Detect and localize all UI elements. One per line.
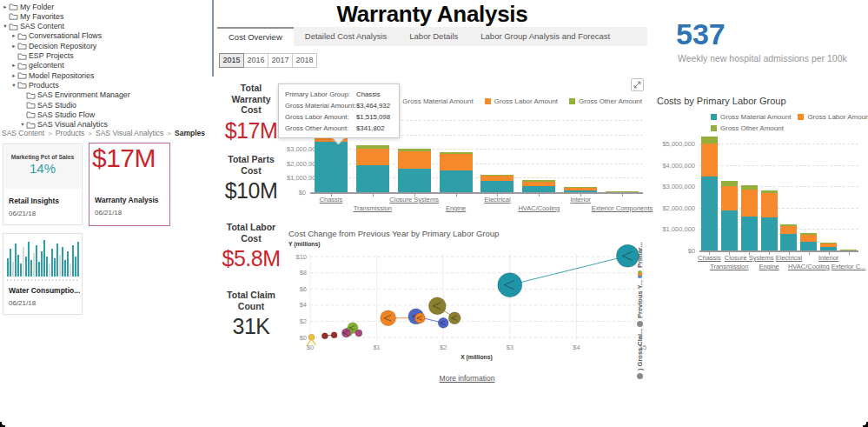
rotated-legend-item[interactable]: Previous Y...	[634, 271, 645, 327]
category-label[interactable]: Exterior Components	[592, 204, 653, 212]
category-label[interactable]: Closure Systems	[725, 254, 774, 262]
bar-segment[interactable]	[800, 242, 817, 250]
year-filter-2018[interactable]: 2018	[292, 53, 317, 68]
legend-item[interactable]: Gross Labor Amount	[485, 97, 558, 105]
tree-item-sas-content[interactable]: ▾SAS Content	[2, 22, 64, 31]
year-filter-2016[interactable]: 2016	[243, 53, 268, 68]
legend-item[interactable]: Gross Material Amount	[711, 113, 791, 121]
category-label[interactable]: Transmission	[710, 263, 748, 270]
tree-item-sas-visual-analytics[interactable]: ▾SAS Visual Analytics	[19, 120, 108, 130]
tree-item-sas-studio[interactable]: SAS Studio	[19, 100, 76, 110]
bar-segment[interactable]	[741, 217, 758, 250]
breadcrumb-item[interactable]: SAS Content	[2, 129, 44, 137]
report-tile-water-consumption[interactable]: Water Consumptio... 06/21/18	[3, 233, 83, 315]
bar-segment[interactable]	[780, 226, 797, 234]
report-tile-retail-insights[interactable]: Marketing Pct of Sales 14% Retail Insigh…	[3, 143, 83, 225]
tree-item-decision-repository[interactable]: ▸Decision Repository	[10, 41, 96, 50]
tree-item-sas-studio-flow[interactable]: SAS Studio Flow	[19, 110, 95, 119]
bar-segment[interactable]	[820, 243, 837, 244]
scatter-bubble[interactable]	[331, 332, 337, 338]
bar-segment[interactable]	[398, 151, 431, 170]
category-label[interactable]: HVAC/Cooling	[518, 204, 560, 212]
tab-cost-overview[interactable]: Cost Overview	[217, 27, 294, 46]
tree-item-my-favorites[interactable]: My Favorites	[2, 11, 63, 21]
legend-item[interactable]: Gross Other Amount	[711, 124, 784, 132]
chevron-down-icon[interactable]: ▾	[19, 121, 26, 128]
category-label[interactable]: Exterior C...	[832, 263, 866, 270]
tree-item-gelcontent[interactable]: ▸gelcontent	[10, 61, 64, 70]
chevron-down-icon[interactable]: ▾	[2, 23, 9, 30]
bar-segment[interactable]	[721, 181, 738, 186]
bar-segment[interactable]	[564, 188, 597, 190]
bar-segment[interactable]	[522, 180, 555, 181]
bar-segment[interactable]	[440, 154, 473, 170]
bar-segment[interactable]	[761, 217, 778, 250]
bar-segment[interactable]	[564, 187, 597, 188]
tree-item-sas-environment-manager[interactable]: SAS Environment Manager	[19, 90, 130, 100]
bar-segment[interactable]	[440, 152, 473, 154]
scatter-bubble[interactable]	[428, 297, 446, 315]
tree-item-conversational-flows[interactable]: ▸Conversational Flows	[10, 31, 102, 41]
tree-item-model-repositories[interactable]: ▸Model Repositories	[10, 70, 94, 80]
report-tile-warranty-analysis[interactable]: $17M Warranty Analysis 06/21/18	[89, 143, 170, 226]
bar-segment[interactable]	[800, 233, 817, 235]
more-information-link[interactable]: More information	[287, 374, 647, 383]
bar-segment[interactable]	[356, 149, 389, 165]
bar-segment[interactable]	[480, 175, 514, 176]
bar-segment[interactable]	[398, 169, 431, 192]
tab-labor-details[interactable]: Labor Details	[398, 27, 469, 46]
tab-detailed-cost-analysis[interactable]: Detailed Cost Analysis	[294, 27, 399, 46]
category-label[interactable]: Engine	[446, 204, 466, 212]
panel-divider[interactable]	[212, 0, 214, 77]
breadcrumb-item[interactable]: Products	[56, 129, 85, 137]
chevron-right-icon[interactable]: ▸	[10, 62, 17, 69]
maximize-button[interactable]	[631, 78, 644, 91]
category-label[interactable]: Interior	[571, 196, 591, 203]
bar-segment[interactable]	[741, 190, 758, 217]
bar-segment[interactable]	[701, 137, 718, 143]
year-filter-2017[interactable]: 2017	[268, 53, 293, 68]
category-label[interactable]: Chassis	[698, 254, 721, 262]
bar-segment[interactable]	[780, 234, 797, 250]
rotated-legend-item[interactable]: ) Gross Clai...	[634, 324, 645, 379]
bar-segment[interactable]	[800, 235, 817, 243]
scatter-bubble[interactable]	[321, 333, 328, 339]
chevron-right-icon[interactable]: ▸	[10, 72, 17, 79]
category-label[interactable]: Electrical	[484, 196, 510, 203]
category-label[interactable]: Electrical	[776, 254, 802, 262]
category-label[interactable]: Interior	[818, 254, 838, 262]
bar-segment[interactable]	[761, 193, 778, 217]
bar-segment[interactable]	[480, 181, 514, 192]
bar-segment[interactable]	[356, 145, 389, 149]
bar-segment[interactable]	[522, 182, 555, 187]
year-filter-2015[interactable]: 2015	[219, 53, 244, 68]
legend-item[interactable]: Gross Other Amount	[569, 97, 642, 105]
bar-segment[interactable]	[741, 185, 758, 189]
bar-segment[interactable]	[315, 142, 348, 192]
tree-item-products[interactable]: ▾Products	[10, 80, 59, 90]
bar-segment[interactable]	[761, 190, 778, 193]
scatter-bubble[interactable]	[355, 330, 362, 337]
bar-segment[interactable]	[522, 186, 555, 192]
bar-segment[interactable]	[721, 186, 738, 210]
bar-segment[interactable]	[721, 210, 738, 250]
chevron-right-icon[interactable]: ▸	[10, 32, 17, 39]
bar-segment[interactable]	[701, 177, 718, 250]
bar-segment[interactable]	[398, 149, 431, 151]
chevron-right-icon[interactable]: ▸	[2, 3, 9, 10]
scatter-plot[interactable]: $0$1$2$3$4$5$0$2$4$6$8$10	[287, 228, 647, 389]
category-label[interactable]: HVAC/Cooling	[788, 263, 830, 270]
chevron-down-icon[interactable]: ▾	[10, 82, 17, 89]
breadcrumb-item[interactable]: SAS Visual Analytics	[96, 129, 163, 137]
bar-segment[interactable]	[701, 143, 718, 176]
bar-segment[interactable]	[356, 165, 389, 192]
bar-segment[interactable]	[440, 170, 473, 192]
scatter-bubble[interactable]	[498, 273, 522, 297]
category-label[interactable]: Transmission	[354, 204, 392, 212]
bar-segment[interactable]	[480, 176, 514, 181]
tab-labor-group-analysis-and-forecast[interactable]: Labor Group Analysis and Forecast	[469, 27, 621, 46]
bar-segment[interactable]	[820, 244, 837, 247]
chevron-right-icon[interactable]: ▸	[10, 43, 17, 50]
tree-item-esp-projects[interactable]: ESP Projects	[10, 51, 74, 61]
category-label[interactable]: Chassis	[320, 196, 343, 203]
